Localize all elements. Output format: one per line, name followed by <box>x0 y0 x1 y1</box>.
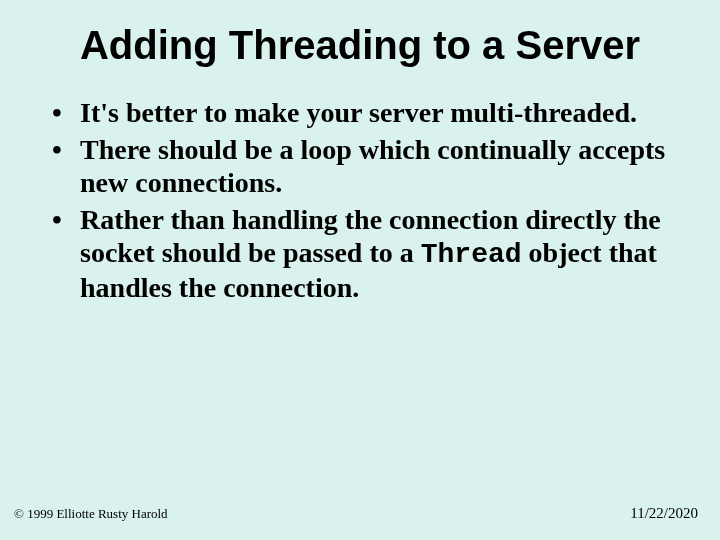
code-text: Thread <box>421 239 522 270</box>
slide: Adding Threading to a Server It's better… <box>0 0 720 540</box>
date-text: 11/22/2020 <box>630 505 698 522</box>
bullet-list: It's better to make your server multi-th… <box>0 68 720 304</box>
bullet-text: It's better to make your server multi-th… <box>80 97 637 128</box>
list-item: There should be a loop which continually… <box>52 133 668 199</box>
copyright-text: © 1999 Elliotte Rusty Harold <box>14 506 168 522</box>
list-item: Rather than handling the connection dire… <box>52 203 668 304</box>
bullet-text: There should be a loop which continually… <box>80 134 665 198</box>
list-item: It's better to make your server multi-th… <box>52 96 668 129</box>
slide-title: Adding Threading to a Server <box>0 0 720 68</box>
